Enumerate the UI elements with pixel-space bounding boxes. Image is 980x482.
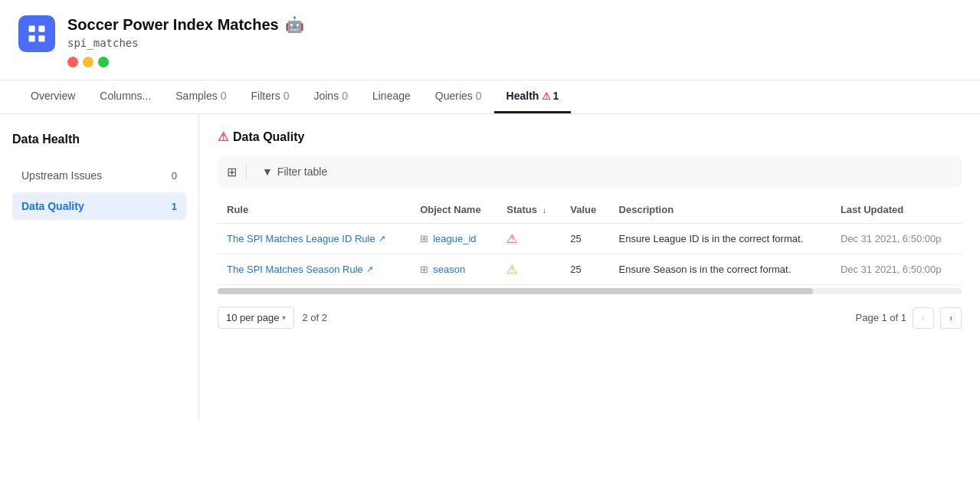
traffic-lights bbox=[67, 57, 962, 67]
scrollbar-thumb bbox=[218, 288, 813, 294]
section-warning-icon: ⚠ bbox=[218, 130, 228, 144]
content-area: Data Health Upstream Issues 0 Data Quali… bbox=[0, 114, 980, 421]
filter-button[interactable]: ▼ Filter table bbox=[256, 162, 333, 181]
pagination: 10 per page ▾ 2 of 2 Page 1 of 1 ‹ › bbox=[218, 294, 962, 329]
per-page-select[interactable]: 10 per page ▾ bbox=[218, 307, 294, 329]
object-link-season[interactable]: season bbox=[433, 264, 465, 275]
tab-lineage[interactable]: Lineage bbox=[360, 80, 423, 113]
rule-link-league[interactable]: The SPI Matches League ID Rule ↗ bbox=[227, 233, 402, 244]
tab-health[interactable]: Health ⚠ 1 bbox=[494, 80, 572, 113]
description-cell: Ensure League ID is in the correct forma… bbox=[610, 224, 831, 254]
filter-icon: ▼ bbox=[262, 166, 273, 178]
col-last-updated: Last Updated bbox=[831, 196, 962, 224]
table-header-row: Rule Object Name Status ↓ Value Descript… bbox=[218, 196, 962, 224]
bot-icon: 🤖 bbox=[285, 15, 304, 34]
svg-rect-0 bbox=[29, 26, 35, 32]
rule-cell: The SPI Matches League ID Rule ↗ bbox=[218, 224, 411, 254]
horizontal-scrollbar[interactable] bbox=[218, 288, 962, 294]
col-object-name: Object Name bbox=[411, 196, 497, 224]
tab-columns[interactable]: Columns... bbox=[87, 80, 163, 113]
sidebar: Data Health Upstream Issues 0 Data Quali… bbox=[0, 114, 199, 421]
app-header: Soccer Power Index Matches 🤖 spi_matches bbox=[0, 0, 980, 80]
traffic-light-red bbox=[67, 57, 78, 67]
sidebar-item-data-quality[interactable]: Data Quality 1 bbox=[12, 192, 186, 220]
prev-page-button[interactable]: ‹ bbox=[913, 307, 934, 329]
next-page-button[interactable]: › bbox=[940, 307, 962, 329]
page-title: Soccer Power Index Matches 🤖 bbox=[67, 15, 962, 34]
dataset-name: spi_matches bbox=[67, 37, 962, 49]
per-page-label: 10 per page bbox=[226, 312, 279, 323]
object-cell-season: ⊞ season bbox=[420, 264, 488, 275]
value-cell: 25 bbox=[561, 254, 609, 285]
object-link-league-id[interactable]: league_id bbox=[433, 233, 476, 244]
nav-tabs: Overview Columns... Samples 0 Filters 0 … bbox=[0, 80, 980, 114]
table-scroll-container[interactable]: Rule Object Name Status ↓ Value Descript… bbox=[218, 196, 962, 294]
status-cell: ⚠ bbox=[497, 224, 561, 254]
tab-filters[interactable]: Filters 0 bbox=[239, 80, 302, 113]
rule-link-season[interactable]: The SPI Matches Season Rule ↗ bbox=[227, 264, 402, 275]
value-cell: 25 bbox=[561, 224, 609, 254]
table-object-icon: ⊞ bbox=[420, 233, 428, 244]
col-value: Value bbox=[561, 196, 609, 224]
page-label: Page 1 of 1 bbox=[856, 312, 907, 323]
status-cell: ⚠ bbox=[497, 254, 561, 285]
last-updated-cell: Dec 31 2021, 6:50:00p bbox=[831, 254, 962, 285]
main-panel: ⚠ Data Quality ⊞ ▼ Filter table Rule Obj… bbox=[199, 114, 980, 421]
sidebar-item-upstream-issues[interactable]: Upstream Issues 0 bbox=[12, 162, 186, 189]
status-warning-icon: ⚠ bbox=[506, 263, 517, 276]
data-quality-table: Rule Object Name Status ↓ Value Descript… bbox=[218, 196, 962, 285]
table-row: The SPI Matches Season Rule ↗ ⊞ season ⚠ bbox=[218, 254, 962, 285]
tab-overview[interactable]: Overview bbox=[18, 80, 87, 113]
grid-view-icon[interactable]: ⊞ bbox=[227, 165, 237, 179]
page-nav: Page 1 of 1 ‹ › bbox=[856, 307, 962, 329]
rule-cell: The SPI Matches Season Rule ↗ bbox=[218, 254, 411, 285]
col-status: Status ↓ bbox=[497, 196, 561, 224]
table-row: The SPI Matches League ID Rule ↗ ⊞ leagu… bbox=[218, 224, 962, 254]
status-error-icon: ⚠ bbox=[506, 232, 517, 245]
health-warning-icon: ⚠ bbox=[542, 90, 551, 102]
object-name-cell: ⊞ league_id bbox=[411, 224, 497, 254]
chevron-down-icon: ▾ bbox=[282, 313, 286, 322]
svg-rect-3 bbox=[38, 35, 44, 41]
col-rule: Rule bbox=[218, 196, 411, 224]
svg-rect-1 bbox=[38, 26, 44, 32]
object-name-cell: ⊞ season bbox=[411, 254, 497, 285]
object-cell-league-id: ⊞ league_id bbox=[420, 233, 488, 244]
app-icon bbox=[18, 15, 55, 52]
traffic-light-green bbox=[98, 57, 109, 67]
sidebar-title: Data Health bbox=[12, 133, 186, 146]
result-count: 2 of 2 bbox=[302, 312, 327, 323]
header-info: Soccer Power Index Matches 🤖 spi_matches bbox=[67, 15, 962, 80]
table-object-icon: ⊞ bbox=[420, 264, 428, 275]
external-link-icon: ↗ bbox=[366, 264, 373, 274]
external-link-icon: ↗ bbox=[379, 234, 385, 244]
description-cell: Ensure Season is in the correct format. bbox=[610, 254, 831, 285]
tab-queries[interactable]: Queries 0 bbox=[423, 80, 494, 113]
svg-rect-2 bbox=[29, 35, 35, 41]
toolbar: ⊞ ▼ Filter table bbox=[218, 156, 962, 187]
tab-samples[interactable]: Samples 0 bbox=[163, 80, 238, 113]
sort-icon[interactable]: ↓ bbox=[542, 205, 547, 215]
toolbar-divider bbox=[246, 164, 247, 179]
tab-joins[interactable]: Joins 0 bbox=[301, 80, 359, 113]
traffic-light-yellow bbox=[83, 57, 93, 67]
title-text: Soccer Power Index Matches bbox=[67, 16, 279, 34]
col-description: Description bbox=[610, 196, 831, 224]
pagination-left: 10 per page ▾ 2 of 2 bbox=[218, 307, 327, 329]
section-title: ⚠ Data Quality bbox=[218, 130, 962, 144]
last-updated-cell: Dec 31 2021, 6:50:00p bbox=[831, 224, 962, 254]
